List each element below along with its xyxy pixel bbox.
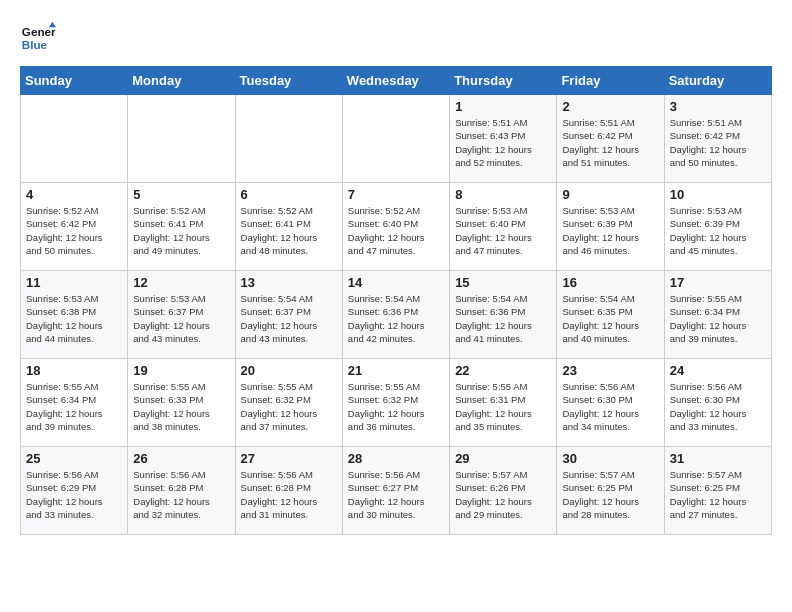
day-number: 15 [455, 275, 551, 290]
day-info: Sunrise: 5:56 AMSunset: 6:30 PMDaylight:… [670, 380, 766, 433]
day-cell: 6Sunrise: 5:52 AMSunset: 6:41 PMDaylight… [235, 183, 342, 271]
header-friday: Friday [557, 67, 664, 95]
day-info: Sunrise: 5:52 AMSunset: 6:41 PMDaylight:… [133, 204, 229, 257]
header-row: SundayMondayTuesdayWednesdayThursdayFrid… [21, 67, 772, 95]
day-number: 14 [348, 275, 444, 290]
calendar-table: SundayMondayTuesdayWednesdayThursdayFrid… [20, 66, 772, 535]
logo: General Blue [20, 20, 56, 56]
day-cell [128, 95, 235, 183]
day-cell: 26Sunrise: 5:56 AMSunset: 6:28 PMDayligh… [128, 447, 235, 535]
page-header: General Blue [20, 20, 772, 56]
day-cell: 8Sunrise: 5:53 AMSunset: 6:40 PMDaylight… [450, 183, 557, 271]
day-number: 27 [241, 451, 337, 466]
day-info: Sunrise: 5:53 AMSunset: 6:39 PMDaylight:… [562, 204, 658, 257]
day-info: Sunrise: 5:51 AMSunset: 6:43 PMDaylight:… [455, 116, 551, 169]
day-info: Sunrise: 5:56 AMSunset: 6:30 PMDaylight:… [562, 380, 658, 433]
day-cell: 5Sunrise: 5:52 AMSunset: 6:41 PMDaylight… [128, 183, 235, 271]
header-sunday: Sunday [21, 67, 128, 95]
day-info: Sunrise: 5:55 AMSunset: 6:33 PMDaylight:… [133, 380, 229, 433]
day-cell: 14Sunrise: 5:54 AMSunset: 6:36 PMDayligh… [342, 271, 449, 359]
day-cell: 12Sunrise: 5:53 AMSunset: 6:37 PMDayligh… [128, 271, 235, 359]
day-number: 20 [241, 363, 337, 378]
day-info: Sunrise: 5:53 AMSunset: 6:37 PMDaylight:… [133, 292, 229, 345]
day-number: 29 [455, 451, 551, 466]
day-number: 19 [133, 363, 229, 378]
day-info: Sunrise: 5:53 AMSunset: 6:38 PMDaylight:… [26, 292, 122, 345]
day-number: 21 [348, 363, 444, 378]
day-info: Sunrise: 5:52 AMSunset: 6:42 PMDaylight:… [26, 204, 122, 257]
day-cell: 31Sunrise: 5:57 AMSunset: 6:25 PMDayligh… [664, 447, 771, 535]
day-number: 23 [562, 363, 658, 378]
day-info: Sunrise: 5:52 AMSunset: 6:40 PMDaylight:… [348, 204, 444, 257]
day-cell: 7Sunrise: 5:52 AMSunset: 6:40 PMDaylight… [342, 183, 449, 271]
day-info: Sunrise: 5:56 AMSunset: 6:28 PMDaylight:… [133, 468, 229, 521]
day-info: Sunrise: 5:54 AMSunset: 6:37 PMDaylight:… [241, 292, 337, 345]
day-info: Sunrise: 5:55 AMSunset: 6:31 PMDaylight:… [455, 380, 551, 433]
day-number: 13 [241, 275, 337, 290]
day-info: Sunrise: 5:54 AMSunset: 6:36 PMDaylight:… [348, 292, 444, 345]
day-number: 1 [455, 99, 551, 114]
day-info: Sunrise: 5:53 AMSunset: 6:39 PMDaylight:… [670, 204, 766, 257]
day-number: 17 [670, 275, 766, 290]
week-row-5: 25Sunrise: 5:56 AMSunset: 6:29 PMDayligh… [21, 447, 772, 535]
day-cell: 11Sunrise: 5:53 AMSunset: 6:38 PMDayligh… [21, 271, 128, 359]
day-cell: 19Sunrise: 5:55 AMSunset: 6:33 PMDayligh… [128, 359, 235, 447]
day-cell: 2Sunrise: 5:51 AMSunset: 6:42 PMDaylight… [557, 95, 664, 183]
day-cell: 3Sunrise: 5:51 AMSunset: 6:42 PMDaylight… [664, 95, 771, 183]
day-number: 22 [455, 363, 551, 378]
day-info: Sunrise: 5:55 AMSunset: 6:34 PMDaylight:… [26, 380, 122, 433]
day-cell: 22Sunrise: 5:55 AMSunset: 6:31 PMDayligh… [450, 359, 557, 447]
day-cell [235, 95, 342, 183]
day-cell: 9Sunrise: 5:53 AMSunset: 6:39 PMDaylight… [557, 183, 664, 271]
day-info: Sunrise: 5:57 AMSunset: 6:25 PMDaylight:… [670, 468, 766, 521]
day-cell: 15Sunrise: 5:54 AMSunset: 6:36 PMDayligh… [450, 271, 557, 359]
calendar-body: 1Sunrise: 5:51 AMSunset: 6:43 PMDaylight… [21, 95, 772, 535]
day-info: Sunrise: 5:57 AMSunset: 6:25 PMDaylight:… [562, 468, 658, 521]
day-number: 6 [241, 187, 337, 202]
day-cell: 27Sunrise: 5:56 AMSunset: 6:28 PMDayligh… [235, 447, 342, 535]
day-number: 18 [26, 363, 122, 378]
day-number: 16 [562, 275, 658, 290]
day-info: Sunrise: 5:51 AMSunset: 6:42 PMDaylight:… [562, 116, 658, 169]
day-cell: 1Sunrise: 5:51 AMSunset: 6:43 PMDaylight… [450, 95, 557, 183]
day-cell: 30Sunrise: 5:57 AMSunset: 6:25 PMDayligh… [557, 447, 664, 535]
day-number: 8 [455, 187, 551, 202]
day-cell: 20Sunrise: 5:55 AMSunset: 6:32 PMDayligh… [235, 359, 342, 447]
day-cell: 4Sunrise: 5:52 AMSunset: 6:42 PMDaylight… [21, 183, 128, 271]
header-thursday: Thursday [450, 67, 557, 95]
day-number: 30 [562, 451, 658, 466]
header-tuesday: Tuesday [235, 67, 342, 95]
day-info: Sunrise: 5:56 AMSunset: 6:27 PMDaylight:… [348, 468, 444, 521]
header-wednesday: Wednesday [342, 67, 449, 95]
day-cell: 18Sunrise: 5:55 AMSunset: 6:34 PMDayligh… [21, 359, 128, 447]
day-number: 31 [670, 451, 766, 466]
header-saturday: Saturday [664, 67, 771, 95]
day-number: 24 [670, 363, 766, 378]
day-cell: 28Sunrise: 5:56 AMSunset: 6:27 PMDayligh… [342, 447, 449, 535]
day-number: 4 [26, 187, 122, 202]
day-info: Sunrise: 5:57 AMSunset: 6:26 PMDaylight:… [455, 468, 551, 521]
day-cell: 10Sunrise: 5:53 AMSunset: 6:39 PMDayligh… [664, 183, 771, 271]
week-row-1: 1Sunrise: 5:51 AMSunset: 6:43 PMDaylight… [21, 95, 772, 183]
week-row-2: 4Sunrise: 5:52 AMSunset: 6:42 PMDaylight… [21, 183, 772, 271]
day-number: 3 [670, 99, 766, 114]
svg-text:Blue: Blue [22, 38, 48, 51]
week-row-3: 11Sunrise: 5:53 AMSunset: 6:38 PMDayligh… [21, 271, 772, 359]
day-cell: 17Sunrise: 5:55 AMSunset: 6:34 PMDayligh… [664, 271, 771, 359]
day-cell: 29Sunrise: 5:57 AMSunset: 6:26 PMDayligh… [450, 447, 557, 535]
day-info: Sunrise: 5:55 AMSunset: 6:34 PMDaylight:… [670, 292, 766, 345]
day-info: Sunrise: 5:55 AMSunset: 6:32 PMDaylight:… [241, 380, 337, 433]
day-number: 10 [670, 187, 766, 202]
header-monday: Monday [128, 67, 235, 95]
day-info: Sunrise: 5:56 AMSunset: 6:29 PMDaylight:… [26, 468, 122, 521]
day-info: Sunrise: 5:55 AMSunset: 6:32 PMDaylight:… [348, 380, 444, 433]
day-number: 26 [133, 451, 229, 466]
day-info: Sunrise: 5:54 AMSunset: 6:35 PMDaylight:… [562, 292, 658, 345]
day-number: 9 [562, 187, 658, 202]
day-cell: 25Sunrise: 5:56 AMSunset: 6:29 PMDayligh… [21, 447, 128, 535]
day-info: Sunrise: 5:51 AMSunset: 6:42 PMDaylight:… [670, 116, 766, 169]
day-cell: 21Sunrise: 5:55 AMSunset: 6:32 PMDayligh… [342, 359, 449, 447]
day-cell: 13Sunrise: 5:54 AMSunset: 6:37 PMDayligh… [235, 271, 342, 359]
calendar-header: SundayMondayTuesdayWednesdayThursdayFrid… [21, 67, 772, 95]
day-cell [21, 95, 128, 183]
